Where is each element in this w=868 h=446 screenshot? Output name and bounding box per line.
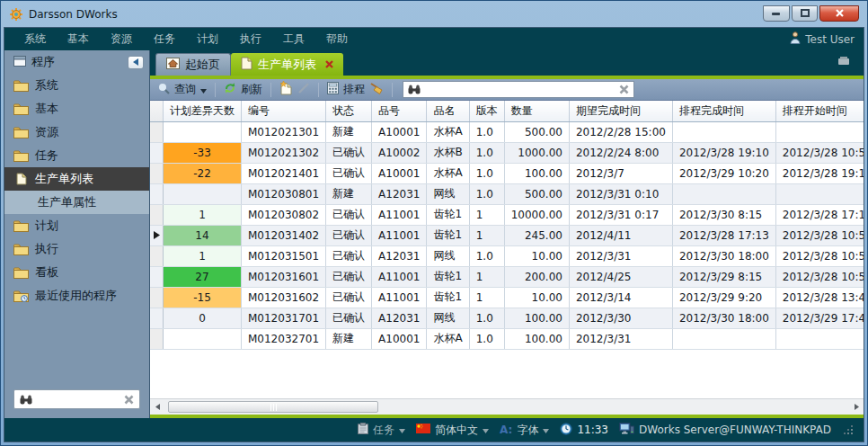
- scrollbar-thumb[interactable]: [168, 401, 378, 413]
- table-row[interactable]: 14M012031402已确认A11001齿轮11245.002012/4/11…: [150, 225, 864, 245]
- row-gutter[interactable]: [150, 204, 164, 225]
- cell-sched_start[interactable]: 2012/3/28 10:52: [775, 225, 864, 245]
- cell-code[interactable]: M012031501: [242, 245, 326, 266]
- cell-sched_start[interactable]: 2012/3/28 10:52: [775, 245, 864, 266]
- menu-item-0[interactable]: 系统: [13, 28, 57, 50]
- cell-version[interactable]: 1: [469, 266, 504, 287]
- cell-diff[interactable]: -22: [164, 163, 242, 183]
- cell-due[interactable]: 2012/3/14: [569, 287, 672, 308]
- scroll-right-icon[interactable]: [849, 399, 864, 415]
- cell-status[interactable]: 已确认: [326, 266, 372, 287]
- cell-code[interactable]: M012031602: [242, 287, 326, 308]
- column-header-7[interactable]: 期望完成时间: [569, 101, 672, 121]
- cell-sched_end[interactable]: [672, 328, 775, 349]
- cell-sched_end[interactable]: 2012/3/30 18:00: [672, 308, 775, 328]
- sidebar-item-system[interactable]: 系统: [4, 74, 149, 97]
- cell-qty[interactable]: 100.00: [504, 308, 569, 328]
- sidebar-item-execute[interactable]: 执行: [4, 237, 149, 261]
- sidebar-item-basic[interactable]: 基本: [4, 97, 149, 120]
- maximize-button[interactable]: [792, 5, 818, 22]
- cell-item_name[interactable]: 网线: [427, 308, 469, 328]
- cell-qty[interactable]: 10.00: [504, 245, 569, 266]
- row-gutter[interactable]: [150, 142, 164, 163]
- cell-sched_start[interactable]: 2012/3/29 17:46: [775, 308, 864, 328]
- user-menu[interactable]: Test User: [790, 31, 855, 47]
- titlebar[interactable]: Darsson DWorks: [4, 1, 864, 27]
- cell-sched_end[interactable]: 2012/3/29 8:15: [672, 266, 775, 287]
- menu-item-4[interactable]: 计划: [186, 28, 229, 50]
- cell-diff[interactable]: 1: [164, 245, 242, 266]
- row-gutter[interactable]: [150, 121, 164, 142]
- cell-item_name[interactable]: 水杯A: [427, 163, 469, 183]
- cell-status[interactable]: 已确认: [326, 308, 372, 328]
- cell-item_no[interactable]: A11001: [372, 266, 427, 287]
- scroll-left-icon[interactable]: [150, 399, 164, 415]
- statusbar-task-menu[interactable]: 任务: [358, 423, 405, 438]
- cell-due[interactable]: 2012/3/31 0:10: [569, 183, 672, 204]
- new-button[interactable]: [279, 81, 293, 98]
- float-panel-icon[interactable]: [837, 52, 851, 69]
- cell-sched_end[interactable]: 2012/3/30 8:15: [672, 204, 775, 225]
- cell-item_no[interactable]: A11001: [372, 225, 427, 245]
- column-header-9[interactable]: 排程开始时间: [775, 101, 864, 121]
- menu-item-7[interactable]: 帮助: [315, 28, 359, 50]
- cell-version[interactable]: 1.0: [469, 308, 504, 328]
- row-gutter[interactable]: [150, 328, 164, 349]
- cell-diff[interactable]: [164, 328, 242, 349]
- menu-item-3[interactable]: 任务: [143, 28, 186, 50]
- cell-status[interactable]: 已确认: [326, 245, 372, 266]
- cell-item_no[interactable]: A10002: [372, 142, 427, 163]
- cell-due[interactable]: 2012/3/31 0:17: [569, 204, 672, 225]
- edit-button[interactable]: [297, 82, 310, 97]
- cell-code[interactable]: M012030801: [242, 183, 326, 204]
- table-row[interactable]: M012021301新建A10001水杯A1.0500.002012/2/28 …: [150, 121, 864, 142]
- cell-sched_end[interactable]: 2012/3/29 9:20: [672, 287, 775, 308]
- cell-sched_start[interactable]: 2012/3/28 10:52: [775, 266, 864, 287]
- cell-status[interactable]: 新建: [326, 183, 372, 204]
- clean-button[interactable]: [369, 82, 384, 97]
- cell-sched_end[interactable]: 2012/3/28 17:13: [672, 225, 775, 245]
- cell-sched_end[interactable]: [672, 183, 775, 204]
- sidebar-item-plan[interactable]: 计划: [4, 214, 149, 237]
- cell-sched_start[interactable]: [775, 121, 864, 142]
- tab-home[interactable]: 起始页: [155, 53, 231, 76]
- cell-due[interactable]: 2012/4/25: [569, 266, 672, 287]
- cell-item_name[interactable]: 水杯A: [427, 121, 469, 142]
- row-gutter[interactable]: [150, 287, 164, 308]
- row-gutter[interactable]: [150, 183, 164, 204]
- cell-diff[interactable]: -33: [164, 142, 242, 163]
- cell-qty[interactable]: 100.00: [504, 163, 569, 183]
- cell-item_no[interactable]: A10001: [372, 121, 427, 142]
- cell-status[interactable]: 新建: [326, 328, 372, 349]
- column-header-4[interactable]: 品名: [427, 101, 469, 121]
- cell-item_name[interactable]: 齿轮1: [427, 287, 469, 308]
- column-header-1[interactable]: 编号: [242, 101, 326, 121]
- sidebar-item-resource[interactable]: 资源: [4, 120, 149, 144]
- sidebar-search[interactable]: [13, 389, 140, 409]
- refresh-button[interactable]: 刷新: [224, 82, 262, 97]
- table-row[interactable]: M012032701新建A10001水杯A1.0100.002012/3/31: [150, 328, 864, 349]
- row-gutter[interactable]: [150, 308, 164, 328]
- cell-code[interactable]: M012031701: [242, 308, 326, 328]
- cell-version[interactable]: 1.0: [469, 163, 504, 183]
- cell-code[interactable]: M012030802: [242, 204, 326, 225]
- cell-status[interactable]: 已确认: [326, 163, 372, 183]
- table-row[interactable]: 1M012031501已确认A12031网线1.010.002012/3/312…: [150, 245, 864, 266]
- cell-due[interactable]: 2012/4/11: [569, 225, 672, 245]
- current-row-marker[interactable]: [150, 225, 164, 245]
- sidebar-search-input[interactable]: [37, 393, 120, 406]
- table-row[interactable]: 27M012031601已确认A11001齿轮11200.002012/4/25…: [150, 266, 864, 287]
- cell-item_name[interactable]: 齿轮1: [427, 225, 469, 245]
- cell-qty[interactable]: 10.00: [504, 287, 569, 308]
- cell-version[interactable]: 1: [469, 287, 504, 308]
- cell-item_name[interactable]: 齿轮1: [427, 266, 469, 287]
- cell-version[interactable]: 1: [469, 225, 504, 245]
- sidebar-item-production-order-props[interactable]: 生产单属性: [4, 191, 149, 214]
- cell-status[interactable]: 新建: [326, 121, 372, 142]
- cell-qty[interactable]: 500.00: [504, 121, 569, 142]
- cell-code[interactable]: M012032701: [242, 328, 326, 349]
- cell-sched_start[interactable]: [775, 328, 864, 349]
- menu-item-5[interactable]: 执行: [229, 28, 272, 50]
- sidebar-collapse-button[interactable]: [128, 56, 144, 69]
- cell-due[interactable]: 2012/3/7: [569, 163, 672, 183]
